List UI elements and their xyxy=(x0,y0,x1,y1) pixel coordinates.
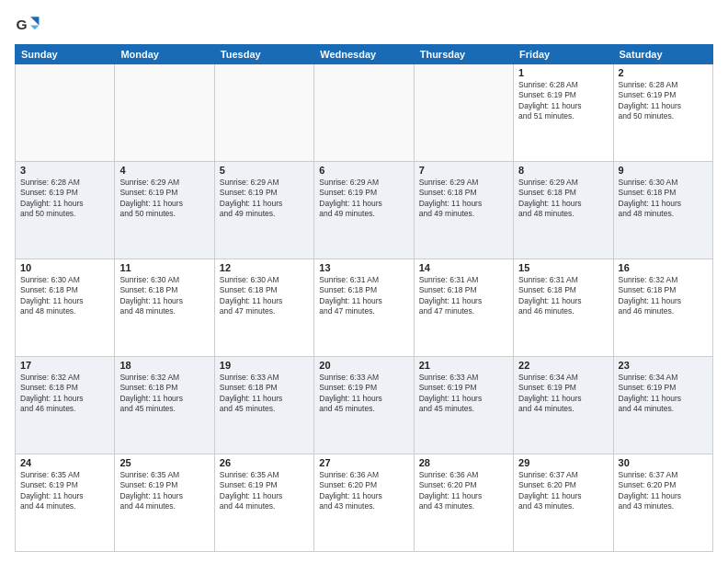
weekday-header-row: SundayMondayTuesdayWednesdayThursdayFrid… xyxy=(16,45,713,64)
week-row-4: 24Sunrise: 6:35 AM Sunset: 6:19 PM Dayli… xyxy=(16,454,713,552)
day-info: Sunrise: 6:31 AM Sunset: 6:18 PM Dayligh… xyxy=(419,275,508,317)
day-info: Sunrise: 6:28 AM Sunset: 6:19 PM Dayligh… xyxy=(518,80,608,122)
day-number: 16 xyxy=(619,262,708,273)
calendar-cell xyxy=(115,64,214,162)
day-number: 23 xyxy=(619,360,708,371)
day-info: Sunrise: 6:33 AM Sunset: 6:19 PM Dayligh… xyxy=(319,373,408,415)
day-number: 11 xyxy=(119,262,209,273)
day-number: 7 xyxy=(419,165,508,176)
day-number: 27 xyxy=(319,457,408,468)
calendar-cell: 7Sunrise: 6:29 AM Sunset: 6:18 PM Daylig… xyxy=(414,162,513,259)
calendar-cell: 3Sunrise: 6:28 AM Sunset: 6:19 PM Daylig… xyxy=(16,162,115,259)
day-info: Sunrise: 6:36 AM Sunset: 6:20 PM Dayligh… xyxy=(319,470,408,512)
day-info: Sunrise: 6:30 AM Sunset: 6:18 PM Dayligh… xyxy=(220,275,309,317)
day-number: 9 xyxy=(619,165,708,176)
calendar-cell: 23Sunrise: 6:34 AM Sunset: 6:19 PM Dayli… xyxy=(613,357,712,454)
calendar-cell: 16Sunrise: 6:32 AM Sunset: 6:18 PM Dayli… xyxy=(613,259,712,357)
day-info: Sunrise: 6:36 AM Sunset: 6:20 PM Dayligh… xyxy=(419,470,508,512)
day-info: Sunrise: 6:29 AM Sunset: 6:18 PM Dayligh… xyxy=(419,178,508,220)
week-row-3: 17Sunrise: 6:32 AM Sunset: 6:18 PM Dayli… xyxy=(16,357,713,454)
day-info: Sunrise: 6:33 AM Sunset: 6:19 PM Dayligh… xyxy=(419,373,508,415)
svg-marker-2 xyxy=(30,26,39,30)
calendar-cell: 5Sunrise: 6:29 AM Sunset: 6:19 PM Daylig… xyxy=(214,162,313,259)
day-number: 22 xyxy=(518,360,608,371)
header: G xyxy=(15,11,713,37)
day-info: Sunrise: 6:30 AM Sunset: 6:18 PM Dayligh… xyxy=(20,275,109,317)
day-info: Sunrise: 6:31 AM Sunset: 6:18 PM Dayligh… xyxy=(518,275,608,317)
day-number: 12 xyxy=(220,262,309,273)
week-row-0: 1Sunrise: 6:28 AM Sunset: 6:19 PM Daylig… xyxy=(16,64,713,162)
calendar-cell: 17Sunrise: 6:32 AM Sunset: 6:18 PM Dayli… xyxy=(16,357,115,454)
calendar-cell: 19Sunrise: 6:33 AM Sunset: 6:18 PM Dayli… xyxy=(214,357,313,454)
calendar-cell: 9Sunrise: 6:30 AM Sunset: 6:18 PM Daylig… xyxy=(613,162,712,259)
calendar-cell xyxy=(214,64,313,162)
day-info: Sunrise: 6:32 AM Sunset: 6:18 PM Dayligh… xyxy=(619,275,708,317)
day-info: Sunrise: 6:29 AM Sunset: 6:18 PM Dayligh… xyxy=(518,178,608,220)
calendar-cell: 2Sunrise: 6:28 AM Sunset: 6:19 PM Daylig… xyxy=(613,64,712,162)
day-info: Sunrise: 6:32 AM Sunset: 6:18 PM Dayligh… xyxy=(20,373,109,415)
day-info: Sunrise: 6:37 AM Sunset: 6:20 PM Dayligh… xyxy=(518,470,608,512)
weekday-label-saturday: Saturday xyxy=(613,45,712,64)
day-number: 10 xyxy=(20,262,109,273)
day-info: Sunrise: 6:29 AM Sunset: 6:19 PM Dayligh… xyxy=(119,178,209,220)
calendar-cell: 27Sunrise: 6:36 AM Sunset: 6:20 PM Dayli… xyxy=(314,454,414,552)
day-number: 1 xyxy=(518,67,608,78)
day-number: 17 xyxy=(20,360,109,371)
day-number: 2 xyxy=(619,67,708,78)
day-info: Sunrise: 6:29 AM Sunset: 6:19 PM Dayligh… xyxy=(319,178,408,220)
calendar-cell xyxy=(414,64,513,162)
calendar-cell: 13Sunrise: 6:31 AM Sunset: 6:18 PM Dayli… xyxy=(314,259,414,357)
day-number: 4 xyxy=(119,165,209,176)
calendar-cell: 8Sunrise: 6:29 AM Sunset: 6:18 PM Daylig… xyxy=(514,162,613,259)
calendar-cell: 15Sunrise: 6:31 AM Sunset: 6:18 PM Dayli… xyxy=(514,259,613,357)
day-number: 24 xyxy=(20,457,109,468)
day-info: Sunrise: 6:34 AM Sunset: 6:19 PM Dayligh… xyxy=(619,373,708,415)
calendar-cell: 26Sunrise: 6:35 AM Sunset: 6:19 PM Dayli… xyxy=(214,454,313,552)
day-number: 29 xyxy=(518,457,608,468)
day-number: 21 xyxy=(419,360,508,371)
svg-text:G: G xyxy=(17,17,28,32)
day-number: 20 xyxy=(319,360,408,371)
day-number: 8 xyxy=(518,165,608,176)
calendar-cell: 22Sunrise: 6:34 AM Sunset: 6:19 PM Dayli… xyxy=(514,357,613,454)
weekday-label-wednesday: Wednesday xyxy=(314,45,414,64)
weekday-label-sunday: Sunday xyxy=(16,45,115,64)
day-info: Sunrise: 6:35 AM Sunset: 6:19 PM Dayligh… xyxy=(119,470,209,512)
week-row-2: 10Sunrise: 6:30 AM Sunset: 6:18 PM Dayli… xyxy=(16,259,713,357)
calendar-cell: 1Sunrise: 6:28 AM Sunset: 6:19 PM Daylig… xyxy=(514,64,613,162)
weekday-label-monday: Monday xyxy=(115,45,214,64)
calendar-cell: 14Sunrise: 6:31 AM Sunset: 6:18 PM Dayli… xyxy=(414,259,513,357)
calendar-cell: 21Sunrise: 6:33 AM Sunset: 6:19 PM Dayli… xyxy=(414,357,513,454)
day-info: Sunrise: 6:28 AM Sunset: 6:19 PM Dayligh… xyxy=(619,80,708,122)
day-info: Sunrise: 6:34 AM Sunset: 6:19 PM Dayligh… xyxy=(518,373,608,415)
calendar-cell xyxy=(314,64,414,162)
weekday-label-tuesday: Tuesday xyxy=(214,45,313,64)
calendar-cell: 29Sunrise: 6:37 AM Sunset: 6:20 PM Dayli… xyxy=(514,454,613,552)
calendar-table: SundayMondayTuesdayWednesdayThursdayFrid… xyxy=(15,44,713,552)
calendar-cell: 10Sunrise: 6:30 AM Sunset: 6:18 PM Dayli… xyxy=(16,259,115,357)
weekday-label-friday: Friday xyxy=(514,45,613,64)
calendar-cell: 28Sunrise: 6:36 AM Sunset: 6:20 PM Dayli… xyxy=(414,454,513,552)
day-info: Sunrise: 6:35 AM Sunset: 6:19 PM Dayligh… xyxy=(20,470,109,512)
day-number: 28 xyxy=(419,457,508,468)
day-number: 14 xyxy=(419,262,508,273)
calendar-body: 1Sunrise: 6:28 AM Sunset: 6:19 PM Daylig… xyxy=(16,64,713,552)
calendar-cell: 18Sunrise: 6:32 AM Sunset: 6:18 PM Dayli… xyxy=(115,357,214,454)
day-info: Sunrise: 6:31 AM Sunset: 6:18 PM Dayligh… xyxy=(319,275,408,317)
day-number: 30 xyxy=(619,457,708,468)
svg-marker-1 xyxy=(30,17,39,25)
day-info: Sunrise: 6:30 AM Sunset: 6:18 PM Dayligh… xyxy=(619,178,708,220)
logo: G xyxy=(15,11,44,37)
day-number: 13 xyxy=(319,262,408,273)
day-number: 5 xyxy=(220,165,309,176)
day-number: 25 xyxy=(119,457,209,468)
day-info: Sunrise: 6:28 AM Sunset: 6:19 PM Dayligh… xyxy=(20,178,109,220)
day-number: 19 xyxy=(220,360,309,371)
day-info: Sunrise: 6:29 AM Sunset: 6:19 PM Dayligh… xyxy=(220,178,309,220)
calendar-cell: 30Sunrise: 6:37 AM Sunset: 6:20 PM Dayli… xyxy=(613,454,712,552)
calendar-cell: 4Sunrise: 6:29 AM Sunset: 6:19 PM Daylig… xyxy=(115,162,214,259)
calendar-cell: 25Sunrise: 6:35 AM Sunset: 6:19 PM Dayli… xyxy=(115,454,214,552)
day-number: 15 xyxy=(518,262,608,273)
day-number: 6 xyxy=(319,165,408,176)
day-number: 3 xyxy=(20,165,109,176)
